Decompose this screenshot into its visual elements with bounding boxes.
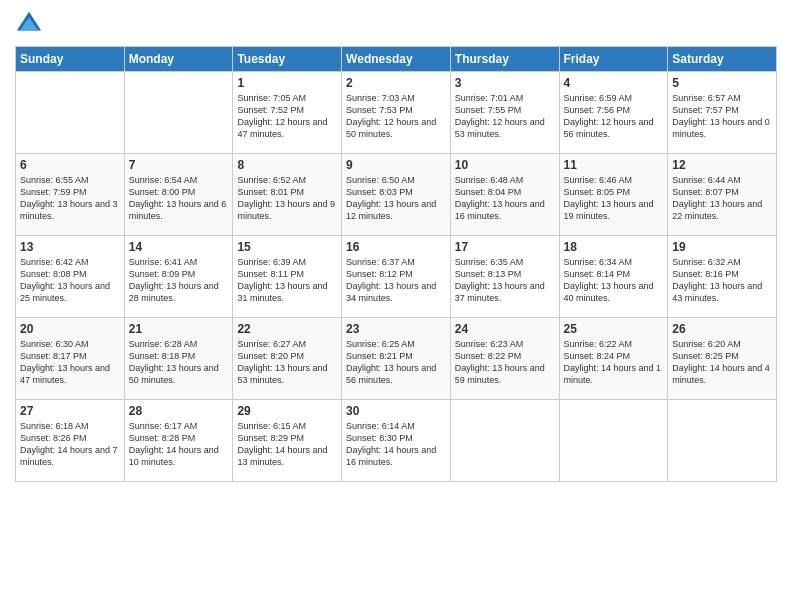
day-number: 21 xyxy=(129,322,229,336)
cell-content: Sunrise: 6:44 AM Sunset: 8:07 PM Dayligh… xyxy=(672,174,772,223)
calendar-cell: 7Sunrise: 6:54 AM Sunset: 8:00 PM Daylig… xyxy=(124,154,233,236)
calendar-cell: 25Sunrise: 6:22 AM Sunset: 8:24 PM Dayli… xyxy=(559,318,668,400)
calendar-cell xyxy=(124,72,233,154)
cell-content: Sunrise: 6:30 AM Sunset: 8:17 PM Dayligh… xyxy=(20,338,120,387)
calendar-cell: 19Sunrise: 6:32 AM Sunset: 8:16 PM Dayli… xyxy=(668,236,777,318)
day-number: 8 xyxy=(237,158,337,172)
day-number: 2 xyxy=(346,76,446,90)
day-number: 27 xyxy=(20,404,120,418)
calendar-cell: 6Sunrise: 6:55 AM Sunset: 7:59 PM Daylig… xyxy=(16,154,125,236)
cell-content: Sunrise: 6:35 AM Sunset: 8:13 PM Dayligh… xyxy=(455,256,555,305)
calendar-cell: 5Sunrise: 6:57 AM Sunset: 7:57 PM Daylig… xyxy=(668,72,777,154)
day-number: 17 xyxy=(455,240,555,254)
calendar: SundayMondayTuesdayWednesdayThursdayFrid… xyxy=(15,46,777,482)
calendar-cell: 11Sunrise: 6:46 AM Sunset: 8:05 PM Dayli… xyxy=(559,154,668,236)
cell-content: Sunrise: 6:54 AM Sunset: 8:00 PM Dayligh… xyxy=(129,174,229,223)
day-header-wednesday: Wednesday xyxy=(342,47,451,72)
calendar-cell: 30Sunrise: 6:14 AM Sunset: 8:30 PM Dayli… xyxy=(342,400,451,482)
cell-content: Sunrise: 6:39 AM Sunset: 8:11 PM Dayligh… xyxy=(237,256,337,305)
header-row: SundayMondayTuesdayWednesdayThursdayFrid… xyxy=(16,47,777,72)
calendar-cell: 17Sunrise: 6:35 AM Sunset: 8:13 PM Dayli… xyxy=(450,236,559,318)
day-header-sunday: Sunday xyxy=(16,47,125,72)
calendar-cell: 8Sunrise: 6:52 AM Sunset: 8:01 PM Daylig… xyxy=(233,154,342,236)
cell-content: Sunrise: 6:41 AM Sunset: 8:09 PM Dayligh… xyxy=(129,256,229,305)
day-header-friday: Friday xyxy=(559,47,668,72)
calendar-cell: 24Sunrise: 6:23 AM Sunset: 8:22 PM Dayli… xyxy=(450,318,559,400)
day-number: 10 xyxy=(455,158,555,172)
cell-content: Sunrise: 6:46 AM Sunset: 8:05 PM Dayligh… xyxy=(564,174,664,223)
cell-content: Sunrise: 6:37 AM Sunset: 8:12 PM Dayligh… xyxy=(346,256,446,305)
cell-content: Sunrise: 7:03 AM Sunset: 7:53 PM Dayligh… xyxy=(346,92,446,141)
cell-content: Sunrise: 6:17 AM Sunset: 8:28 PM Dayligh… xyxy=(129,420,229,469)
calendar-cell xyxy=(559,400,668,482)
day-header-saturday: Saturday xyxy=(668,47,777,72)
calendar-cell: 21Sunrise: 6:28 AM Sunset: 8:18 PM Dayli… xyxy=(124,318,233,400)
week-row-1: 1Sunrise: 7:05 AM Sunset: 7:52 PM Daylig… xyxy=(16,72,777,154)
day-header-thursday: Thursday xyxy=(450,47,559,72)
cell-content: Sunrise: 6:27 AM Sunset: 8:20 PM Dayligh… xyxy=(237,338,337,387)
calendar-cell: 28Sunrise: 6:17 AM Sunset: 8:28 PM Dayli… xyxy=(124,400,233,482)
day-number: 25 xyxy=(564,322,664,336)
week-row-2: 6Sunrise: 6:55 AM Sunset: 7:59 PM Daylig… xyxy=(16,154,777,236)
logo-icon xyxy=(15,10,43,38)
cell-content: Sunrise: 6:52 AM Sunset: 8:01 PM Dayligh… xyxy=(237,174,337,223)
day-number: 3 xyxy=(455,76,555,90)
cell-content: Sunrise: 6:23 AM Sunset: 8:22 PM Dayligh… xyxy=(455,338,555,387)
day-number: 5 xyxy=(672,76,772,90)
day-number: 24 xyxy=(455,322,555,336)
day-number: 9 xyxy=(346,158,446,172)
calendar-cell: 23Sunrise: 6:25 AM Sunset: 8:21 PM Dayli… xyxy=(342,318,451,400)
cell-content: Sunrise: 6:14 AM Sunset: 8:30 PM Dayligh… xyxy=(346,420,446,469)
week-row-5: 27Sunrise: 6:18 AM Sunset: 8:26 PM Dayli… xyxy=(16,400,777,482)
day-number: 4 xyxy=(564,76,664,90)
day-number: 12 xyxy=(672,158,772,172)
calendar-cell: 12Sunrise: 6:44 AM Sunset: 8:07 PM Dayli… xyxy=(668,154,777,236)
day-number: 26 xyxy=(672,322,772,336)
day-number: 7 xyxy=(129,158,229,172)
day-number: 29 xyxy=(237,404,337,418)
page: SundayMondayTuesdayWednesdayThursdayFrid… xyxy=(0,0,792,612)
cell-content: Sunrise: 6:20 AM Sunset: 8:25 PM Dayligh… xyxy=(672,338,772,387)
week-row-4: 20Sunrise: 6:30 AM Sunset: 8:17 PM Dayli… xyxy=(16,318,777,400)
calendar-cell: 29Sunrise: 6:15 AM Sunset: 8:29 PM Dayli… xyxy=(233,400,342,482)
calendar-cell: 27Sunrise: 6:18 AM Sunset: 8:26 PM Dayli… xyxy=(16,400,125,482)
day-number: 22 xyxy=(237,322,337,336)
day-number: 19 xyxy=(672,240,772,254)
cell-content: Sunrise: 6:22 AM Sunset: 8:24 PM Dayligh… xyxy=(564,338,664,387)
cell-content: Sunrise: 7:05 AM Sunset: 7:52 PM Dayligh… xyxy=(237,92,337,141)
day-number: 6 xyxy=(20,158,120,172)
cell-content: Sunrise: 6:57 AM Sunset: 7:57 PM Dayligh… xyxy=(672,92,772,141)
calendar-cell xyxy=(450,400,559,482)
calendar-cell xyxy=(16,72,125,154)
cell-content: Sunrise: 6:28 AM Sunset: 8:18 PM Dayligh… xyxy=(129,338,229,387)
calendar-cell: 14Sunrise: 6:41 AM Sunset: 8:09 PM Dayli… xyxy=(124,236,233,318)
day-number: 20 xyxy=(20,322,120,336)
day-number: 13 xyxy=(20,240,120,254)
calendar-cell: 4Sunrise: 6:59 AM Sunset: 7:56 PM Daylig… xyxy=(559,72,668,154)
calendar-cell: 9Sunrise: 6:50 AM Sunset: 8:03 PM Daylig… xyxy=(342,154,451,236)
day-number: 30 xyxy=(346,404,446,418)
cell-content: Sunrise: 6:48 AM Sunset: 8:04 PM Dayligh… xyxy=(455,174,555,223)
day-header-monday: Monday xyxy=(124,47,233,72)
day-number: 11 xyxy=(564,158,664,172)
calendar-cell: 1Sunrise: 7:05 AM Sunset: 7:52 PM Daylig… xyxy=(233,72,342,154)
day-number: 23 xyxy=(346,322,446,336)
cell-content: Sunrise: 6:25 AM Sunset: 8:21 PM Dayligh… xyxy=(346,338,446,387)
day-number: 15 xyxy=(237,240,337,254)
cell-content: Sunrise: 7:01 AM Sunset: 7:55 PM Dayligh… xyxy=(455,92,555,141)
day-header-tuesday: Tuesday xyxy=(233,47,342,72)
calendar-cell: 26Sunrise: 6:20 AM Sunset: 8:25 PM Dayli… xyxy=(668,318,777,400)
cell-content: Sunrise: 6:15 AM Sunset: 8:29 PM Dayligh… xyxy=(237,420,337,469)
header xyxy=(15,10,777,38)
day-number: 18 xyxy=(564,240,664,254)
day-number: 14 xyxy=(129,240,229,254)
logo xyxy=(15,10,47,38)
day-number: 16 xyxy=(346,240,446,254)
cell-content: Sunrise: 6:59 AM Sunset: 7:56 PM Dayligh… xyxy=(564,92,664,141)
calendar-cell: 13Sunrise: 6:42 AM Sunset: 8:08 PM Dayli… xyxy=(16,236,125,318)
day-number: 28 xyxy=(129,404,229,418)
calendar-cell: 2Sunrise: 7:03 AM Sunset: 7:53 PM Daylig… xyxy=(342,72,451,154)
cell-content: Sunrise: 6:55 AM Sunset: 7:59 PM Dayligh… xyxy=(20,174,120,223)
calendar-cell: 18Sunrise: 6:34 AM Sunset: 8:14 PM Dayli… xyxy=(559,236,668,318)
cell-content: Sunrise: 6:34 AM Sunset: 8:14 PM Dayligh… xyxy=(564,256,664,305)
